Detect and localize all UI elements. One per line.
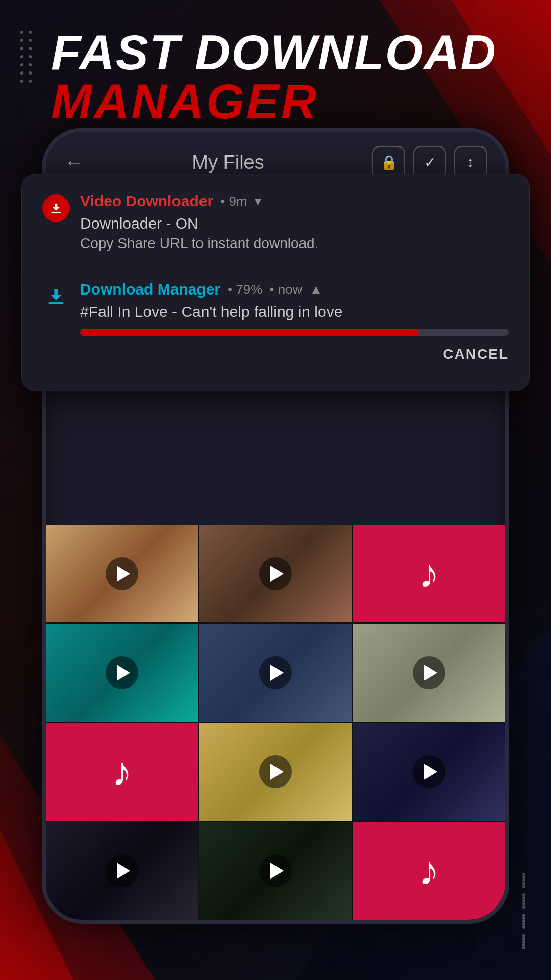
music-note-icon: ♪: [419, 550, 439, 597]
notif1-content: Video Downloader • 9m ▾ Downloader - ON …: [80, 192, 509, 252]
grid-cell-12-music[interactable]: ♪: [353, 822, 505, 920]
notif2-chevron-icon[interactable]: ▲: [309, 282, 322, 298]
play-button[interactable]: [106, 557, 138, 590]
notif2-app-name: Download Manager: [80, 281, 220, 298]
title-manager: MANAGER: [51, 74, 318, 129]
notif1-chevron-icon[interactable]: ▾: [255, 193, 261, 209]
play-button[interactable]: [259, 656, 292, 689]
media-grid: ♪ ♪ ♪: [46, 525, 505, 920]
notif2-filename: #Fall In Love - Can't help falling in lo…: [80, 303, 509, 321]
grid-cell-11[interactable]: [199, 822, 352, 920]
grid-cell-3-music[interactable]: ♪: [353, 525, 505, 622]
notif-download-manager: Download Manager • 79% • now ▲ #Fall In …: [42, 281, 509, 373]
grid-cell-2[interactable]: [199, 525, 352, 622]
notification-panel: Video Downloader • 9m ▾ Downloader - ON …: [21, 174, 530, 391]
grid-cell-7-music[interactable]: ♪: [46, 723, 198, 821]
grid-cell-4[interactable]: [46, 624, 198, 721]
notif-video-downloader: Video Downloader • 9m ▾ Downloader - ON …: [42, 192, 509, 266]
grid-cell-10[interactable]: [46, 822, 198, 920]
svg-rect-0: [52, 212, 61, 213]
back-icon[interactable]: ←: [64, 152, 84, 174]
music-note-icon: ♪: [112, 748, 132, 795]
video-downloader-icon: [42, 194, 70, 222]
play-button[interactable]: [106, 854, 138, 887]
notif1-title: Downloader - ON: [80, 215, 509, 232]
download-manager-icon: [42, 283, 70, 310]
title-fast: FAST DOWNLOAD: [51, 28, 497, 77]
music-note-icon: ♪: [419, 847, 439, 894]
progress-bar-container: [80, 329, 509, 336]
play-button[interactable]: [413, 656, 445, 689]
notif2-pct: • 79%: [228, 282, 262, 298]
notif1-app-name: Video Downloader: [80, 192, 213, 210]
cancel-row: CANCEL: [80, 346, 509, 362]
notif2-time: • now: [269, 282, 302, 298]
grid-cell-6[interactable]: [353, 624, 505, 721]
cancel-button[interactable]: CANCEL: [443, 346, 509, 362]
app-title-area: FAST DOWNLOAD MANAGER: [51, 28, 497, 126]
grid-cell-9[interactable]: [353, 723, 505, 821]
play-button[interactable]: [259, 557, 292, 590]
svg-rect-1: [48, 302, 63, 304]
dot-pattern-left: [20, 31, 32, 83]
play-button[interactable]: [413, 755, 445, 788]
play-button[interactable]: [259, 755, 292, 788]
play-button[interactable]: [106, 656, 138, 689]
progress-bar-fill: [80, 329, 419, 336]
grid-cell-8[interactable]: [199, 723, 352, 821]
grid-cell-1[interactable]: [46, 525, 198, 622]
notif1-header: Video Downloader • 9m ▾: [80, 192, 509, 210]
notif1-time: • 9m: [220, 193, 247, 209]
notif2-content: Download Manager • 79% • now ▲ #Fall In …: [80, 281, 509, 362]
files-title: My Files: [94, 152, 362, 174]
notif2-header: Download Manager • 79% • now ▲: [80, 281, 509, 298]
dot-pattern-bottom-right: [522, 873, 525, 949]
notif1-subtitle: Copy Share URL to instant download.: [80, 235, 509, 252]
grid-cell-5[interactable]: [199, 624, 352, 721]
play-button[interactable]: [259, 854, 292, 887]
